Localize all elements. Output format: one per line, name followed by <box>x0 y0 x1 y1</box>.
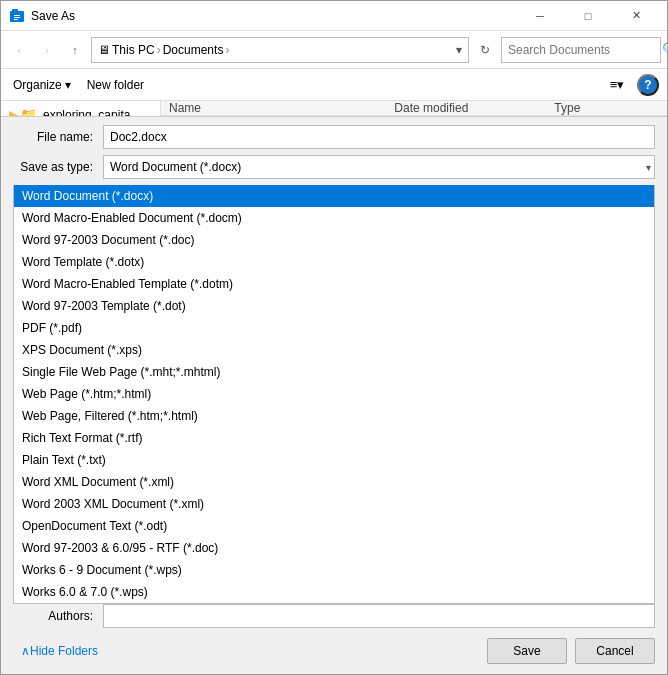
search-input[interactable] <box>508 43 658 57</box>
svg-rect-1 <box>12 9 18 12</box>
minimize-button[interactable]: ─ <box>517 1 563 31</box>
dropdown-item[interactable]: Web Page (*.htm;*.html) <box>14 383 654 405</box>
addr-part-pc: This PC <box>112 43 155 57</box>
forward-button[interactable]: › <box>35 38 59 62</box>
help-button[interactable]: ? <box>637 74 659 96</box>
dropdown-item[interactable]: Word 97-2003 & 6.0/95 - RTF (*.doc) <box>14 537 654 559</box>
dropdown-item[interactable]: Plain Text (*.txt) <box>14 449 654 471</box>
file-list-header: Name Date modified Type <box>161 101 667 116</box>
maximize-button[interactable]: □ <box>565 1 611 31</box>
dropdown-item[interactable]: Works 6 - 9 Document (*.wps) <box>14 559 654 581</box>
authors-label: Authors: <box>13 609 103 623</box>
savetype-select[interactable]: Word Document (*.docx)Word Macro-Enabled… <box>103 155 655 179</box>
dropdown-item[interactable]: Works 6.0 & 7.0 (*.wps) <box>14 581 654 603</box>
cancel-button[interactable]: Cancel <box>575 638 655 664</box>
refresh-button[interactable]: ↻ <box>473 38 497 62</box>
file-pane: Name Date modified Type W Doc1.docx 8/05… <box>161 101 667 116</box>
savetype-row: Save as type: Word Document (*.docx)Word… <box>13 155 655 179</box>
col-name-header[interactable]: Name <box>161 101 386 115</box>
savetype-label: Save as type: <box>13 160 103 174</box>
view-options-button[interactable]: ≡▾ <box>605 74 629 96</box>
filename-label: File name: <box>13 130 103 144</box>
bottom-area: File name: Save as type: Word Document (… <box>1 116 667 674</box>
pc-icon: 🖥 <box>98 43 110 57</box>
savetype-select-wrap: Word Document (*.docx)Word Macro-Enabled… <box>103 155 655 179</box>
dropdown-item[interactable]: Word 2003 XML Document (*.xml) <box>14 493 654 515</box>
col-date-header[interactable]: Date modified <box>386 101 546 115</box>
dropdown-item[interactable]: Word Template (*.dotx) <box>14 251 654 273</box>
dropdown-item[interactable]: Word Macro-Enabled Template (*.dotm) <box>14 273 654 295</box>
window-title: Save As <box>31 9 517 23</box>
authors-input[interactable] <box>103 604 655 628</box>
title-bar: Save As ─ □ ✕ <box>1 1 667 31</box>
dropdown-item[interactable]: Word Document (*.docx) <box>14 185 654 207</box>
window-controls: ─ □ ✕ <box>517 1 659 31</box>
second-toolbar: Organize ▾ New folder ≡▾ ? <box>1 69 667 101</box>
folder-icon: ▶📁 <box>9 107 37 116</box>
dropdown-item[interactable]: Word XML Document (*.xml) <box>14 471 654 493</box>
chevron-left-icon: ∧ <box>21 644 30 658</box>
filename-row: File name: <box>13 125 655 149</box>
address-toolbar: ‹ › ↑ 🖥 This PC › Documents › ▾ ↻ 🔍 <box>1 31 667 69</box>
address-parts: 🖥 This PC › Documents › <box>98 43 229 57</box>
sidebar-item-exploring-capita[interactable]: ▶📁 exploring_capita <box>1 101 160 116</box>
close-button[interactable]: ✕ <box>613 1 659 31</box>
hide-folders-button[interactable]: ∧ Hide Folders <box>13 640 98 658</box>
svg-rect-0 <box>10 11 24 22</box>
address-dropdown-button[interactable]: ▾ <box>456 43 462 57</box>
organize-button[interactable]: Organize ▾ <box>9 74 75 96</box>
dropdown-item[interactable]: XPS Document (*.xps) <box>14 339 654 361</box>
search-icon: 🔍 <box>662 42 668 57</box>
save-as-dialog: Save As ─ □ ✕ ‹ › ↑ 🖥 This PC › Document… <box>0 0 668 675</box>
dropdown-item[interactable]: PDF (*.pdf) <box>14 317 654 339</box>
addr-part-docs: Documents <box>163 43 224 57</box>
dropdown-item[interactable]: Single File Web Page (*.mht;*.mhtml) <box>14 361 654 383</box>
filename-input[interactable] <box>103 125 655 149</box>
svg-rect-2 <box>14 15 20 16</box>
title-bar-icon <box>9 8 25 24</box>
authors-row: Authors: <box>13 604 655 628</box>
dropdown-item[interactable]: Rich Text Format (*.rtf) <box>14 427 654 449</box>
button-row: Save Cancel <box>487 632 655 666</box>
dropdown-item[interactable]: Word 97-2003 Document (*.doc) <box>14 229 654 251</box>
new-folder-button[interactable]: New folder <box>83 74 148 96</box>
save-button[interactable]: Save <box>487 638 567 664</box>
col-type-header[interactable]: Type <box>546 101 667 115</box>
dropdown-list: Word Document (*.docx)Word Macro-Enabled… <box>13 185 655 604</box>
up-button[interactable]: ↑ <box>63 38 87 62</box>
main-content: ▶📁 exploring_capita 📁 Screen Captures W … <box>1 101 667 116</box>
dropdown-item[interactable]: OpenDocument Text (*.odt) <box>14 515 654 537</box>
svg-rect-4 <box>14 19 18 20</box>
back-button[interactable]: ‹ <box>7 38 31 62</box>
svg-rect-3 <box>14 17 20 18</box>
dropdown-item[interactable]: Web Page, Filtered (*.htm;*.html) <box>14 405 654 427</box>
address-bar[interactable]: 🖥 This PC › Documents › ▾ <box>91 37 469 63</box>
search-box: 🔍 <box>501 37 661 63</box>
dropdown-item[interactable]: Word Macro-Enabled Document (*.docm) <box>14 207 654 229</box>
dropdown-item[interactable]: Word 97-2003 Template (*.dot) <box>14 295 654 317</box>
sidebar: ▶📁 exploring_capita 📁 Screen Captures W … <box>1 101 161 116</box>
